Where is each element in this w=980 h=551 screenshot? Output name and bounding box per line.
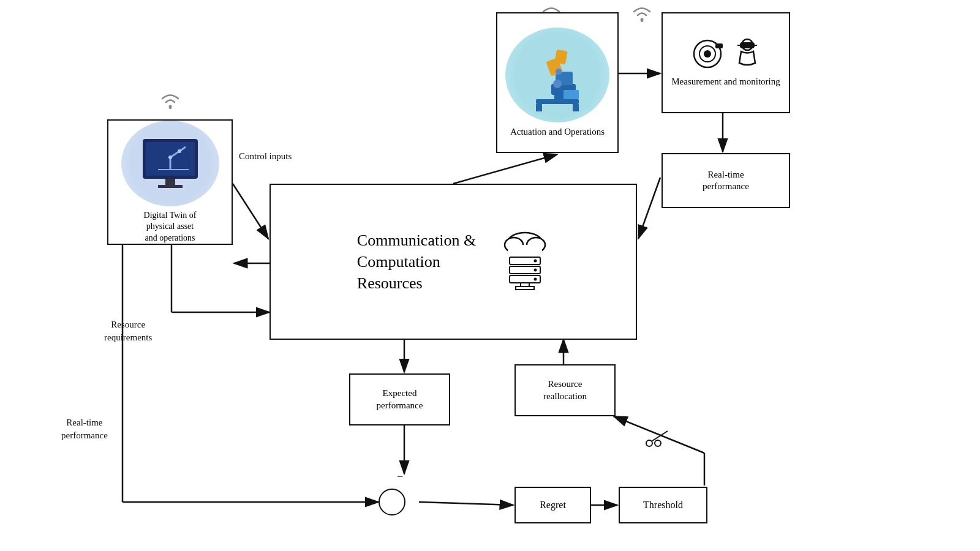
comm-label: Communication &ComputationResources: [357, 230, 476, 294]
svg-rect-42: [740, 42, 755, 48]
measurement-box: Measurement and monitoring: [662, 12, 790, 113]
realtime-perf-box: Real-timeperformance: [662, 153, 790, 208]
svg-point-31: [556, 69, 562, 75]
threshold-box: Threshold: [619, 487, 707, 523]
diagram: Actuation and Operations Measuremen: [0, 0, 980, 551]
svg-point-24: [169, 105, 172, 108]
realtime-perf-left-label: Real-timeperformance: [61, 416, 108, 442]
svg-point-60: [534, 259, 537, 262]
regret-box: Regret: [514, 487, 591, 523]
svg-point-50: [168, 156, 172, 159]
svg-rect-53: [165, 179, 175, 185]
svg-rect-34: [573, 104, 579, 111]
svg-line-9: [638, 178, 660, 239]
digital-twin-box: Digital Twin ofphysical assetand operati…: [107, 119, 233, 245]
svg-rect-54: [158, 185, 183, 188]
measurement-label: Measurement and monitoring: [671, 76, 780, 88]
threshold-label: Threshold: [643, 499, 683, 512]
digital-twin-label: Digital Twin ofphysical assetand operati…: [144, 210, 197, 244]
svg-rect-66: [516, 287, 534, 290]
svg-point-64: [534, 277, 537, 280]
expected-perf-box: Expectedperformance: [349, 373, 450, 425]
svg-point-51: [178, 149, 181, 153]
actuation-box: Actuation and Operations: [496, 12, 619, 153]
svg-line-17: [614, 416, 704, 453]
comm-box: Communication &ComputationResources: [270, 184, 637, 340]
svg-point-23: [641, 18, 644, 21]
svg-point-38: [704, 50, 711, 58]
svg-point-18: [646, 440, 652, 446]
resource-realloc-box: Resourcereallocation: [514, 364, 616, 416]
resource-realloc-label: Resourcereallocation: [543, 378, 587, 402]
expected-perf-label: Expectedperformance: [377, 388, 423, 411]
plus-sign: +: [366, 495, 372, 510]
actuation-label: Actuation and Operations: [510, 126, 605, 138]
wifi-icon-digital-twin: [158, 92, 183, 114]
svg-line-14: [419, 502, 513, 505]
resource-requirements-label: Resourcerequirements: [104, 318, 152, 344]
svg-rect-58: [508, 245, 542, 253]
svg-line-2: [233, 184, 268, 239]
svg-line-6: [453, 154, 557, 184]
wifi-icon-measurement: [630, 5, 654, 28]
svg-rect-35: [564, 90, 579, 99]
svg-rect-29: [554, 50, 568, 65]
realtime-perf-label: Real-timeperformance: [703, 169, 749, 193]
svg-point-62: [534, 268, 537, 271]
svg-rect-33: [536, 104, 542, 111]
minus-sign: −: [397, 469, 403, 484]
sum-circle: [379, 489, 405, 515]
control-inputs-label: Control inputs: [239, 150, 292, 163]
svg-point-19: [655, 440, 661, 446]
svg-rect-32: [536, 99, 579, 104]
regret-label: Regret: [540, 499, 566, 512]
svg-point-30: [553, 80, 562, 88]
